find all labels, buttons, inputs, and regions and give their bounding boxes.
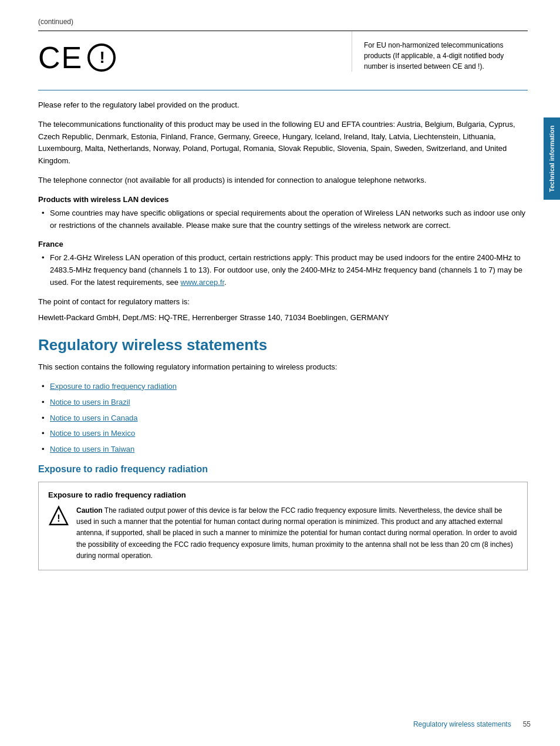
link-item-1: Notice to users in Brazil	[38, 396, 528, 409]
link-item-0: Exposure to radio frequency radiation	[38, 381, 528, 393]
ce-mark: CE	[38, 40, 83, 75]
link-brazil[interactable]: Notice to users in Brazil	[50, 398, 130, 406]
caution-inner: ! Caution The radiated output power of t…	[48, 505, 518, 562]
link-exposure[interactable]: Exposure to radio frequency radiation	[50, 382, 177, 391]
regulatory-intro: This section contains the following regu…	[38, 361, 528, 374]
link-item-2: Notice to users in Canada	[38, 412, 528, 425]
france-heading: France	[38, 240, 528, 248]
link-mexico[interactable]: Notice to users in Mexico	[50, 429, 135, 438]
france-list: For 2.4-GHz Wireless LAN operation of th…	[38, 252, 528, 288]
regulatory-links-list: Exposure to radio frequency radiation No…	[38, 381, 528, 456]
caution-triangle-icon: !	[48, 505, 69, 526]
caution-body: Caution The radiated output power of thi…	[76, 505, 518, 562]
page-container: Technical information (continued) CE ! F…	[0, 0, 560, 746]
svg-text:!: !	[57, 513, 60, 523]
ce-logo: CE !	[38, 40, 352, 75]
link-item-3: Notice to users in Mexico	[38, 428, 528, 440]
footer: Regulatory wireless statements 55	[0, 720, 537, 728]
caution-word: Caution	[76, 506, 103, 515]
link-taiwan[interactable]: Notice to users in Taiwan	[50, 445, 134, 453]
top-section: CE ! For EU non-harmonized telecommunica…	[38, 31, 528, 90]
continued-label: (continued)	[38, 18, 528, 26]
france-item: For 2.4-GHz Wireless LAN operation of th…	[38, 252, 528, 288]
exclamation-mark: !	[87, 43, 116, 72]
caution-box: Exposure to radio frequency radiation ! …	[38, 482, 528, 570]
france-text: For 2.4-GHz Wireless LAN operation of th…	[50, 253, 522, 287]
link-canada[interactable]: Notice to users in Canada	[50, 414, 138, 422]
wireless-list: Some countries may have specific obligat…	[38, 207, 528, 232]
side-tab-label: Technical information	[548, 125, 555, 191]
eu-note: For EU non-harmonized telecommunications…	[352, 31, 528, 72]
footer-page: 55	[523, 720, 531, 728]
paragraph-1: Please refer to the regulatory label pro…	[38, 99, 528, 112]
paragraph-2: The telecommunications functionality of …	[38, 119, 528, 167]
contact-address: Hewlett-Packard GmbH, Dept./MS: HQ-TRE, …	[38, 312, 528, 324]
caution-box-title: Exposure to radio frequency radiation	[48, 490, 518, 499]
wireless-heading: Products with wireless LAN devices	[38, 195, 528, 204]
exposure-sub-heading: Exposure to radio frequency radiation	[38, 464, 528, 475]
contact-label: The point of contact for regulatory matt…	[38, 296, 528, 308]
regulatory-main-heading: Regulatory wireless statements	[38, 335, 528, 355]
ce-logo-area: CE !	[38, 31, 352, 81]
wireless-item: Some countries may have specific obligat…	[38, 207, 528, 232]
paragraph-3: The telephone connector (not available f…	[38, 174, 528, 187]
caution-text-content: The radiated output power of this device…	[76, 506, 517, 560]
link-item-4: Notice to users in Taiwan	[38, 443, 528, 456]
main-content: (continued) CE ! For EU non-harmonized t…	[38, 0, 528, 570]
footer-label: Regulatory wireless statements	[413, 720, 511, 728]
side-tab: Technical information	[544, 117, 560, 200]
france-link[interactable]: www.arcep.fr	[181, 278, 224, 287]
